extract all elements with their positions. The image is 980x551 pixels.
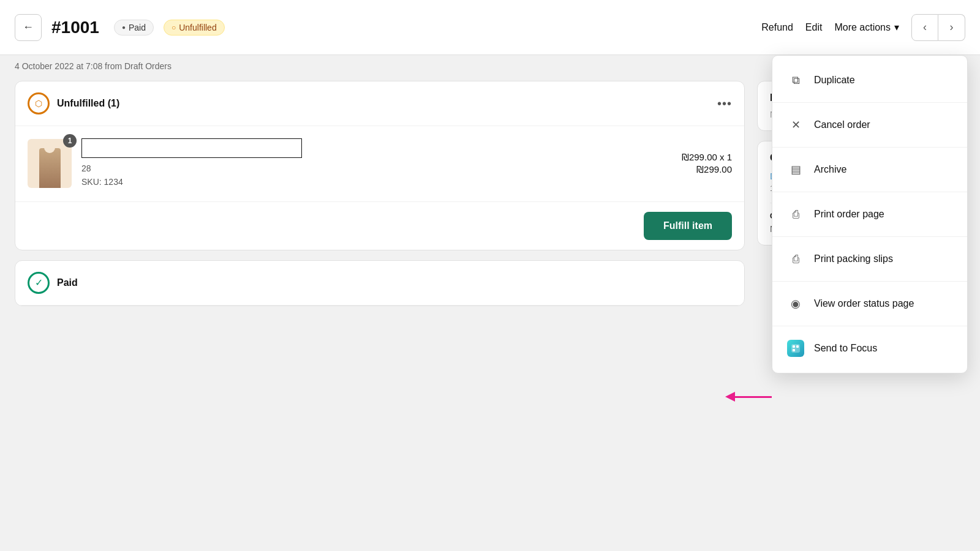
more-actions-dropdown: ⧉ Duplicate ✕ Cancel order ▤ Archive ⎙ P… [772, 55, 968, 373]
menu-divider-2 [772, 147, 967, 148]
chevron-down-icon: ▾ [894, 21, 899, 33]
paid-card-title: Paid [57, 277, 78, 288]
refund-button[interactable]: Refund [761, 22, 793, 33]
print-packing-icon: ⎙ [787, 250, 804, 268]
navigation-buttons: ‹ › [911, 14, 965, 41]
product-image-wrap: 1 [28, 139, 72, 188]
back-icon: ← [23, 21, 34, 34]
paid-status-icon: ✓ [28, 272, 50, 294]
back-button[interactable]: ← [15, 14, 42, 41]
price-per-unit: ₪299.00 x 1 [682, 152, 732, 163]
order-id: #1001 [51, 18, 99, 37]
duplicate-icon: ⧉ [787, 72, 804, 89]
paid-card-header: ✓ Paid [15, 261, 744, 305]
more-actions-label: More actions [834, 22, 891, 33]
arrow-head [725, 392, 735, 402]
card-footer: Fulfill item [15, 201, 744, 250]
unfulfilled-status-icon: ⬡ [28, 92, 50, 114]
menu-divider-6 [772, 326, 967, 326]
menu-divider-1 [772, 102, 967, 103]
svg-rect-3 [793, 349, 795, 351]
archive-icon: ▤ [787, 161, 804, 178]
next-order-button[interactable]: › [938, 14, 965, 41]
print-order-icon: ⎙ [787, 206, 804, 223]
menu-item-send-focus[interactable]: Send to Focus [772, 329, 967, 368]
product-row: 1 28 SKU: 1234 ₪299.00 x 1 ₪299.00 [15, 126, 744, 201]
svg-rect-2 [796, 345, 799, 348]
quantity-badge: 1 [63, 134, 77, 148]
prev-order-button[interactable]: ‹ [911, 14, 938, 41]
menu-view-status-label: View order status page [814, 298, 914, 309]
left-column: ⬡ Unfulfilled (1) ••• 1 28 SKU: 1234 [15, 81, 745, 551]
more-actions-button[interactable]: More actions ▾ [834, 19, 899, 36]
menu-send-focus-label: Send to Focus [814, 343, 877, 354]
menu-duplicate-label: Duplicate [814, 75, 855, 86]
menu-cancel-label: Cancel order [814, 119, 870, 130]
menu-item-print-packing[interactable]: ⎙ Print packing slips [772, 239, 967, 279]
product-figure [39, 148, 61, 188]
header-actions: Refund Edit More actions ▾ ‹ › [761, 14, 965, 41]
menu-item-duplicate[interactable]: ⧉ Duplicate [772, 61, 967, 100]
menu-print-packing-label: Print packing slips [814, 253, 893, 264]
page-header: ← #1001 Paid Unfulfilled Refund Edit Mor… [0, 0, 980, 55]
menu-print-order-label: Print order page [814, 209, 884, 220]
price-total: ₪299.00 [696, 164, 732, 175]
unfulfilled-more-menu[interactable]: ••• [717, 97, 732, 111]
product-price: ₪299.00 x 1 ₪299.00 [682, 152, 732, 175]
menu-item-archive[interactable]: ▤ Archive [772, 150, 967, 189]
menu-archive-label: Archive [814, 164, 846, 175]
menu-item-cancel[interactable]: ✕ Cancel order [772, 105, 967, 144]
arrow-line [735, 396, 772, 398]
arrow-annotation [725, 392, 772, 402]
svg-rect-0 [791, 344, 800, 353]
send-focus-icon [787, 340, 804, 357]
menu-item-view-status[interactable]: ◉ View order status page [772, 284, 967, 323]
product-name-box [81, 138, 302, 158]
unfulfilled-card: ⬡ Unfulfilled (1) ••• 1 28 SKU: 1234 [15, 81, 745, 250]
edit-button[interactable]: Edit [805, 22, 823, 33]
product-size: 28 [81, 162, 672, 175]
product-image [28, 139, 72, 188]
svg-rect-1 [793, 345, 795, 348]
unfulfilled-card-title: Unfulfilled (1) [57, 98, 119, 109]
unfulfilled-card-header: ⬡ Unfulfilled (1) ••• [15, 81, 744, 126]
menu-item-print-order[interactable]: ⎙ Print order page [772, 195, 967, 234]
product-info: 28 SKU: 1234 [81, 138, 672, 189]
paid-badge: Paid [114, 20, 154, 36]
cancel-icon: ✕ [787, 116, 804, 133]
menu-divider-4 [772, 236, 967, 237]
view-status-icon: ◉ [787, 295, 804, 312]
paid-card: ✓ Paid [15, 260, 745, 306]
menu-divider-5 [772, 281, 967, 282]
fulfill-item-button[interactable]: Fulfill item [644, 212, 732, 240]
product-sku: SKU: 1234 [81, 175, 672, 189]
menu-divider-3 [772, 192, 967, 192]
unfulfilled-badge: Unfulfilled [164, 20, 225, 36]
